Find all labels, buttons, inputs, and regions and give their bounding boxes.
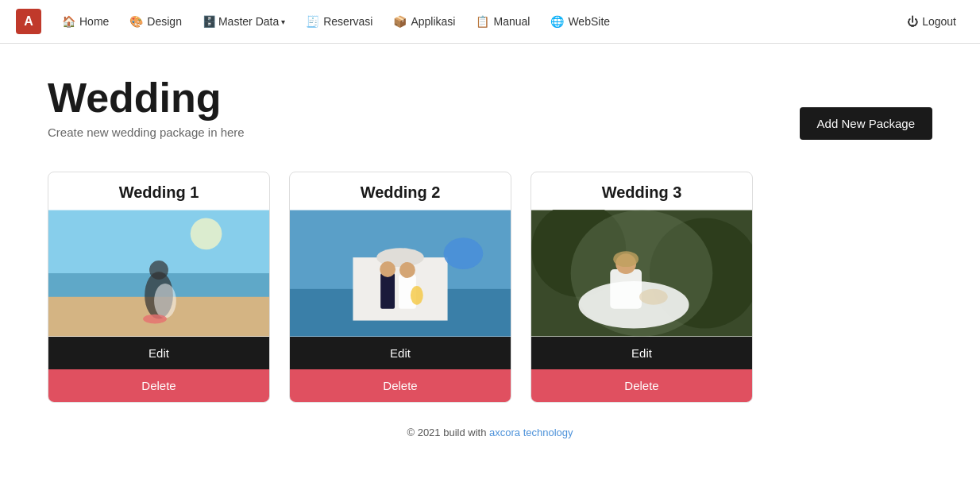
card-1-actions: Edit Delete bbox=[48, 337, 269, 402]
nav-logout[interactable]: ⏻ Logout bbox=[899, 10, 964, 33]
card-2-title: Wedding 2 bbox=[290, 172, 511, 210]
card-3-actions: Edit Delete bbox=[531, 337, 752, 402]
nav-master-data[interactable]: 🗄️ Master Data ▾ bbox=[195, 10, 293, 33]
card-3-delete-button[interactable]: Delete bbox=[531, 369, 752, 402]
card-2-image bbox=[290, 210, 511, 337]
nav-manual-label: Manual bbox=[493, 15, 530, 28]
database-icon: 🗄️ bbox=[203, 15, 216, 28]
reservasi-icon: 🧾 bbox=[306, 15, 319, 28]
nav-website[interactable]: 🌐 WebSite bbox=[542, 10, 618, 33]
svg-point-26 bbox=[639, 289, 668, 305]
nav-applikasi-label: Applikasi bbox=[411, 15, 455, 28]
svg-rect-23 bbox=[610, 269, 642, 309]
manual-icon: 📋 bbox=[476, 15, 489, 28]
cards-grid: Wedding 1 Edit Delete bbox=[48, 172, 932, 403]
svg-point-7 bbox=[143, 315, 167, 324]
home-icon: 🏠 bbox=[62, 15, 75, 28]
card-2-actions: Edit Delete bbox=[290, 337, 511, 402]
nav-reservasi[interactable]: 🧾 Reservasi bbox=[298, 10, 380, 33]
page-subtitle: Create new wedding package in here bbox=[48, 125, 245, 139]
nav-design-label: Design bbox=[147, 15, 182, 28]
card-2-delete-button[interactable]: Delete bbox=[290, 369, 511, 402]
page-title: Wedding bbox=[48, 75, 245, 121]
svg-point-14 bbox=[380, 261, 395, 277]
card-1-delete-button[interactable]: Delete bbox=[48, 369, 269, 402]
svg-point-17 bbox=[411, 286, 423, 305]
footer: © 2021 build with axcora technology bbox=[48, 403, 932, 454]
nav-website-label: WebSite bbox=[568, 15, 610, 28]
svg-point-6 bbox=[154, 284, 176, 318]
card-3-edit-button[interactable]: Edit bbox=[531, 337, 752, 369]
logout-icon: ⏻ bbox=[907, 15, 918, 28]
brand-logo: A bbox=[16, 9, 41, 34]
card-1-edit-button[interactable]: Edit bbox=[48, 337, 269, 369]
nav-applikasi[interactable]: 📦 Applikasi bbox=[385, 10, 463, 33]
svg-point-3 bbox=[191, 218, 222, 250]
nav-master-data-label: Master Data bbox=[218, 15, 279, 28]
nav-home[interactable]: 🏠 Home bbox=[54, 10, 117, 33]
nav-reservasi-label: Reservasi bbox=[323, 15, 372, 28]
website-icon: 🌐 bbox=[550, 15, 564, 28]
svg-point-25 bbox=[613, 251, 639, 267]
applikasi-icon: 📦 bbox=[393, 15, 407, 28]
navbar: A 🏠 Home 🎨 Design 🗄️ Master Data ▾ 🧾 Res… bbox=[0, 0, 980, 44]
svg-rect-13 bbox=[380, 273, 395, 309]
nav-design[interactable]: 🎨 Design bbox=[122, 10, 190, 33]
card-3-image bbox=[531, 210, 752, 337]
svg-point-16 bbox=[399, 262, 415, 278]
title-block: Wedding Create new wedding package in he… bbox=[48, 75, 245, 139]
nav-home-label: Home bbox=[79, 15, 109, 28]
wedding-card-3: Wedding 3 bbox=[531, 172, 753, 403]
svg-point-5 bbox=[149, 261, 168, 280]
chevron-down-icon: ▾ bbox=[281, 17, 285, 26]
page-header: Wedding Create new wedding package in he… bbox=[48, 75, 932, 140]
footer-text: © 2021 build with bbox=[407, 427, 489, 438]
footer-link[interactable]: axcora technology bbox=[489, 427, 573, 438]
card-1-image bbox=[48, 210, 269, 337]
add-new-package-button[interactable]: Add New Package bbox=[800, 107, 932, 140]
wedding-card-1: Wedding 1 Edit Delete bbox=[48, 172, 270, 403]
svg-point-12 bbox=[444, 237, 484, 269]
page-content: Wedding Create new wedding package in he… bbox=[0, 44, 980, 470]
design-icon: 🎨 bbox=[129, 15, 143, 28]
card-1-title: Wedding 1 bbox=[48, 172, 269, 210]
nav-logout-label: Logout bbox=[922, 15, 956, 28]
wedding-card-2: Wedding 2 bbox=[289, 172, 511, 403]
card-3-title: Wedding 3 bbox=[531, 172, 752, 210]
nav-manual[interactable]: 📋 Manual bbox=[468, 10, 538, 33]
card-2-edit-button[interactable]: Edit bbox=[290, 337, 511, 369]
